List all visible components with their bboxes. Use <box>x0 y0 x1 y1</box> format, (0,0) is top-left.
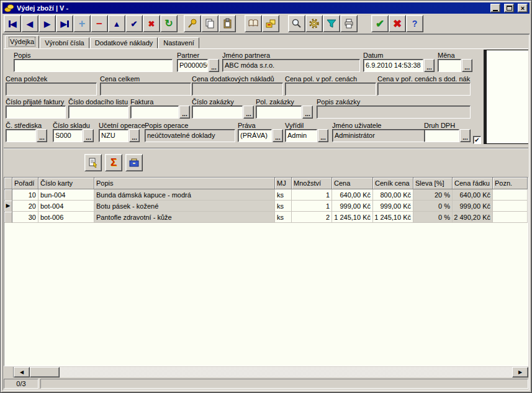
next-record-button[interactable]: ▶ <box>38 15 56 32</box>
scrollbar-thumb[interactable] <box>30 367 60 377</box>
cancel-record-button[interactable]: ✖ <box>143 15 160 32</box>
delete-record-button[interactable]: − <box>91 15 108 32</box>
paste-button[interactable] <box>219 15 236 32</box>
mena-lookup-button[interactable]: ... <box>462 59 472 72</box>
c-strediska-input[interactable] <box>6 129 36 142</box>
cell-popis[interactable]: Botu pásek - kožené <box>94 201 275 212</box>
prava-lookup-button[interactable]: ... <box>273 129 283 142</box>
tab-vydejka[interactable]: Výdejka <box>5 35 39 48</box>
cell-mj[interactable]: ks <box>275 201 292 212</box>
scroll-right-button[interactable]: ▶ <box>512 367 528 377</box>
post-record-button[interactable]: ✔ <box>125 15 143 32</box>
edit-record-button[interactable]: ▲ <box>108 15 125 32</box>
minimize-button[interactable] <box>490 4 500 12</box>
cell-sleva[interactable]: 0 % <box>413 212 453 223</box>
cell-cislo-karty[interactable]: bot-004 <box>38 201 94 212</box>
header-cena-radku[interactable]: Cena řádku <box>453 178 493 189</box>
header-cislo-karty[interactable]: Číslo karty <box>38 178 94 189</box>
cell-mj[interactable]: ks <box>275 212 292 223</box>
c-strediska-lookup-button[interactable]: ... <box>37 129 47 142</box>
partner-input[interactable]: P0000050 <box>177 59 208 72</box>
item-detail-button[interactable] <box>84 154 102 171</box>
header-popis[interactable]: Popis <box>94 178 275 189</box>
scrollbar-track[interactable] <box>60 367 512 377</box>
cell-cena[interactable]: 640,00 Kč <box>332 189 373 201</box>
cell-cenik-cena[interactable]: 1 245,10 Kč <box>373 212 413 223</box>
header-mnozstvi[interactable]: Množství <box>292 178 332 189</box>
note-memo[interactable] <box>484 50 528 144</box>
ucetni-operace-input[interactable]: NZU <box>99 129 128 142</box>
druh-dph-lookup-button[interactable]: ... <box>460 129 471 142</box>
header-poradi[interactable]: Pořadí <box>12 178 38 189</box>
maximize-button[interactable] <box>504 4 514 12</box>
stock-archive-button[interactable] <box>125 154 143 171</box>
cell-popis[interactable]: Bunda dámská kapuce - modrá <box>94 189 275 201</box>
flag-checkbox[interactable]: ✔ <box>473 136 481 144</box>
cell-poradi[interactable]: 20 <box>12 201 38 212</box>
row-selector[interactable] <box>4 189 12 201</box>
popis-input[interactable] <box>14 59 173 72</box>
cell-mnozstvi[interactable]: 2 <box>292 212 332 223</box>
cell-mnozstvi[interactable]: 1 <box>292 201 332 212</box>
pol-zakazky-lookup-button[interactable]: ... <box>302 106 313 119</box>
faktura-input[interactable] <box>130 106 179 119</box>
sum-button[interactable]: Σ <box>105 154 122 171</box>
tab-vyrobni-cisla[interactable]: Výrobní čísla <box>40 37 89 48</box>
row-selector[interactable] <box>4 212 12 223</box>
cell-pozn[interactable] <box>493 201 528 212</box>
cell-mj[interactable]: ks <box>275 189 292 201</box>
datum-lookup-button[interactable]: ... <box>424 59 435 72</box>
cell-cislo-karty[interactable]: bot-006 <box>38 212 94 223</box>
help-button[interactable]: ? <box>406 15 423 32</box>
partner-lookup-button[interactable]: ... <box>209 59 219 72</box>
header-cena[interactable]: Cena <box>332 178 373 189</box>
last-record-button[interactable]: ▶ <box>56 15 73 32</box>
close-button[interactable]: × <box>518 4 528 12</box>
vyridil-lookup-button[interactable]: ... <box>318 129 328 142</box>
datum-input[interactable]: 6.9.2010 14:53:38 <box>363 59 423 72</box>
druh-dph-input[interactable] <box>424 129 459 142</box>
cell-sleva[interactable]: 0 % <box>413 201 453 212</box>
first-record-button[interactable]: ◀ <box>4 15 21 32</box>
ucetni-operace-lookup-button[interactable]: ... <box>129 129 140 142</box>
filter-button[interactable] <box>323 15 340 32</box>
book-button[interactable] <box>245 15 262 32</box>
mena-input[interactable] <box>438 59 461 72</box>
pol-zakazky-input[interactable] <box>256 106 302 119</box>
cell-poradi[interactable]: 10 <box>12 189 38 201</box>
cell-mnozstvi[interactable]: 1 <box>292 189 332 201</box>
cell-sleva[interactable]: 20 % <box>413 189 453 201</box>
cell-pozn[interactable] <box>493 189 528 201</box>
faktura-lookup-button[interactable]: ... <box>179 106 190 119</box>
search-button[interactable] <box>288 15 305 32</box>
ok-button[interactable]: ✔ <box>371 15 389 32</box>
cell-popis[interactable]: Pantofle zdravotní - kůže <box>94 212 275 223</box>
stock-cards-button[interactable] <box>262 15 279 32</box>
cell-cenik-cena[interactable]: 999,00 Kč <box>373 201 413 212</box>
header-cenik-cena[interactable]: Ceník cena <box>373 178 413 189</box>
close-form-button[interactable]: ✖ <box>389 15 406 32</box>
header-mj[interactable]: MJ <box>275 178 292 189</box>
print-button[interactable] <box>340 15 358 32</box>
cislo-prijate-faktury-input[interactable] <box>6 106 66 119</box>
cislo-skladu-input[interactable]: S000 <box>53 129 83 142</box>
cell-pozn[interactable] <box>493 212 528 223</box>
vyridil-input[interactable]: Admin <box>285 129 317 142</box>
cell-cislo-karty[interactable]: bun-004 <box>38 189 94 201</box>
prior-record-button[interactable]: ◀ <box>21 15 38 32</box>
cell-cena[interactable]: 999,00 Kč <box>332 201 373 212</box>
cell-poradi[interactable]: 30 <box>12 212 38 223</box>
header-sleva[interactable]: Sleva [%] <box>413 178 453 189</box>
copy-button[interactable] <box>201 15 219 32</box>
tab-nastaveni[interactable]: Nastavení <box>158 37 199 48</box>
cell-cena-radku[interactable]: 640,00 Kč <box>453 189 493 201</box>
cell-cena[interactable]: 1 245,10 Kč <box>332 212 373 223</box>
settings-button[interactable] <box>305 15 323 32</box>
refresh-button[interactable]: ↻ <box>160 15 178 32</box>
cislo-zakazky-input[interactable] <box>192 106 243 119</box>
row-selector[interactable]: ▶ <box>4 201 12 212</box>
cell-cenik-cena[interactable]: 800,00 Kč <box>373 189 413 201</box>
insert-record-button[interactable]: + <box>73 15 91 32</box>
cislo-skladu-lookup-button[interactable]: ... <box>83 129 94 142</box>
tab-dodatkove-naklady[interactable]: Dodatkové náklady <box>90 37 158 48</box>
